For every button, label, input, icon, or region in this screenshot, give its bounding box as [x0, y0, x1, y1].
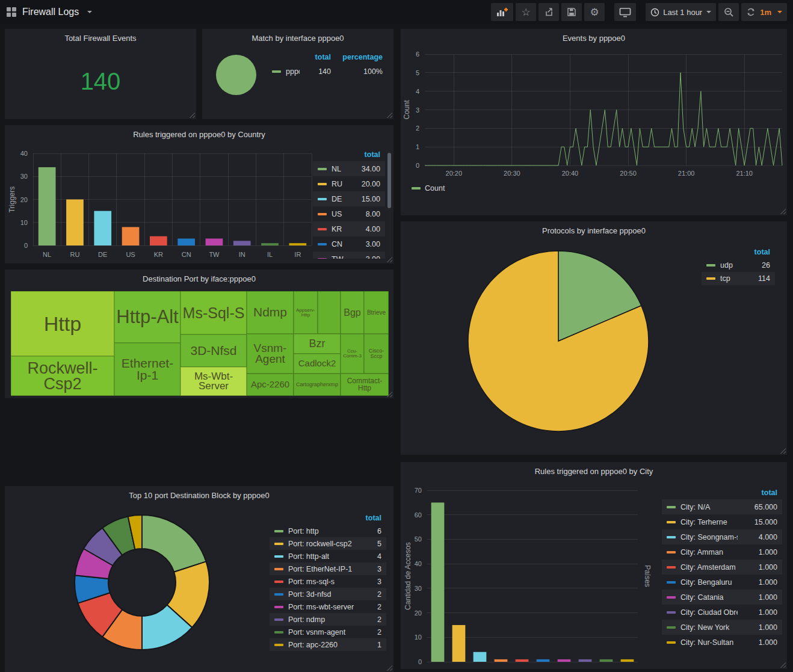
legend-column-total[interactable]: total [359, 514, 381, 522]
legend-row-City: New York[interactable]: City: New York1.000 [662, 620, 782, 635]
legend-row-Port: http-alt[interactable]: Port: http-alt4 [270, 550, 386, 563]
legend-column-total[interactable]: total [349, 150, 380, 159]
legend-row-City: Seongnam-si[interactable]: City: Seongnam-si4.000 [662, 529, 782, 544]
legend-value: 114 [742, 274, 770, 283]
legend-row-Port: ndmp[interactable]: Port: ndmp2 [270, 613, 386, 626]
legend-row-City: Terherne[interactable]: City: Terherne15.000 [662, 514, 782, 529]
svg-text:21:00: 21:00 [678, 170, 695, 177]
bar-series-7 [579, 659, 592, 662]
favorite-star-button[interactable]: ☆ [516, 3, 536, 21]
settings-button[interactable]: ⚙ [584, 3, 605, 21]
legend-row-TW[interactable]: TW3.00 [313, 251, 385, 259]
plus-icon [504, 8, 508, 11]
top-navbar: Firewall Logs ☆ [0, 0, 793, 24]
svg-text:6: 6 [416, 51, 419, 58]
legend-row-Port: vsnm-agent[interactable]: Port: vsnm-agent2 [270, 626, 386, 638]
legend-row-tcp[interactable]: tcp114 [702, 272, 775, 285]
panel-title[interactable]: Total Firewall Events [5, 29, 196, 43]
bar-IL [261, 243, 279, 245]
legend-row-udp[interactable]: udp26 [702, 259, 775, 272]
panel-title[interactable]: Destination Port by iface:pppoe0 [5, 270, 393, 283]
legend-header-row: total [270, 511, 386, 525]
panel-resize-handle[interactable] [386, 256, 392, 262]
legend-column-total[interactable]: total [300, 53, 331, 61]
treemap: HttpRockwell-Csp2Http-AltEthernet-Ip-1Ms… [11, 291, 389, 396]
legend-row-Port: apc-2260[interactable]: Port: apc-22601 [270, 638, 386, 651]
treemap-cell-Cisco-Sccp: Cisco-Sccp [364, 334, 389, 374]
legend-value: 1.000 [738, 548, 777, 556]
legend-row-NL[interactable]: NL34.00 [313, 161, 385, 176]
panel-resize-handle[interactable] [780, 208, 786, 214]
dashboard-picker-icon[interactable] [6, 7, 17, 17]
legend-row-City: Catania[interactable]: City: Catania1.000 [662, 590, 782, 605]
add-panel-button[interactable] [491, 3, 513, 21]
svg-text:DE: DE [98, 251, 107, 258]
legend-column-percentage[interactable]: percentage [331, 53, 383, 61]
panel-top10-ports-donut: Top 10 port Destination Block by pppoe0 … [5, 486, 393, 672]
svg-text:CN: CN [182, 251, 191, 258]
svg-text:KR: KR [154, 251, 163, 258]
legend-row-Port: http[interactable]: Port: http6 [270, 525, 386, 537]
legend-city: totalCity: N/A65.000City: Terherne15.000… [662, 486, 782, 650]
legend-row-Port: 3d-nfsd[interactable]: Port: 3d-nfsd2 [270, 588, 386, 600]
panel-title[interactable]: Match by interface pppoe0 [202, 29, 393, 43]
bar-NL [39, 167, 56, 245]
legend-value: 1.000 [738, 623, 777, 632]
svg-text:60: 60 [415, 511, 422, 519]
treemap-cell-Vsnm-Agent: Vsnm-Agent [247, 334, 294, 374]
panel-resize-handle[interactable] [189, 112, 195, 118]
legend-column-total[interactable]: total [738, 489, 777, 497]
zoom-out-button[interactable] [718, 3, 739, 21]
legend-row-Port: ms-wbt-server[interactable]: Port: ms-wbt-server2 [270, 600, 386, 613]
legend-row-Port: EtherNet-IP-1[interactable]: Port: EtherNet-IP-13 [270, 563, 386, 575]
save-button[interactable] [561, 3, 582, 21]
legend-row-KR[interactable]: KR4.00 [313, 221, 385, 236]
legend-row-City: Bengaluru[interactable]: City: Bengaluru1.000 [662, 575, 782, 590]
legend-series-count[interactable]: Count [412, 184, 445, 193]
panel-resize-handle[interactable] [386, 391, 392, 397]
bar-series-8 [600, 659, 613, 662]
legend-row-RU[interactable]: RU20.00 [313, 176, 385, 191]
panel-resize-handle[interactable] [780, 448, 786, 454]
panel-resize-handle[interactable] [386, 112, 392, 118]
legend-row-CN[interactable]: CN3.00 [313, 236, 385, 251]
legend-row-City: Ciudad Obregón[interactable]: City: Ciudad Obregón1.000 [662, 605, 782, 620]
legend-row-City: Amman[interactable]: City: Amman1.000 [662, 544, 782, 559]
dashboard-title[interactable]: Firewall Logs [22, 7, 79, 17]
legend-column-total[interactable]: total [742, 248, 770, 256]
legend-label: City: Terherne [680, 518, 738, 526]
bar-series-0 [431, 502, 445, 662]
share-button[interactable] [538, 3, 559, 21]
svg-text:IL: IL [267, 251, 273, 258]
treemap-cell-Http: Http [11, 291, 114, 356]
legend-value: 2 [359, 628, 381, 637]
panel-resize-handle[interactable] [780, 662, 786, 668]
time-picker-button[interactable]: Last 1 hour [646, 3, 716, 21]
legend-row-US[interactable]: US8.00 [313, 206, 385, 221]
legend-value: 100% [331, 67, 383, 76]
svg-text:20: 20 [20, 196, 28, 203]
legend-header-row: total [313, 148, 385, 161]
legend-row-City: Amsterdam[interactable]: City: Amsterdam1.000 [662, 559, 782, 575]
svg-text:US: US [126, 251, 135, 258]
legend-row-City: Nur-Sultan[interactable]: City: Nur-Sultan1.000 [662, 635, 782, 650]
bar-IN [233, 241, 251, 245]
cycle-view-button[interactable] [614, 3, 636, 21]
legend-row-Port: rockwell-csp2[interactable]: Port: rockwell-csp25 [270, 537, 386, 550]
series-color-marker [667, 536, 676, 538]
legend-row-pppoe0[interactable]: pppoe0140100% [267, 64, 387, 79]
bar-DE [94, 211, 111, 245]
legend-value: 5 [359, 540, 381, 548]
legend-row-Port: ms-sql-s[interactable]: Port: ms-sql-s3 [270, 575, 386, 588]
legend-row-City: N/A[interactable]: City: N/A65.000 [662, 499, 782, 514]
legend-scrollbar-thumb[interactable] [387, 153, 391, 208]
series-color-marker [318, 183, 327, 185]
legend-row-DE[interactable]: DE15.00 [313, 191, 385, 206]
legend-value: 26 [742, 261, 770, 270]
panel-resize-handle[interactable] [386, 665, 392, 671]
chevron-down-icon [87, 11, 92, 13]
svg-text:3: 3 [416, 106, 419, 114]
bar-US [122, 227, 140, 245]
refresh-button[interactable]: 1m [741, 3, 787, 21]
pie-slice-Port: http [142, 515, 206, 572]
